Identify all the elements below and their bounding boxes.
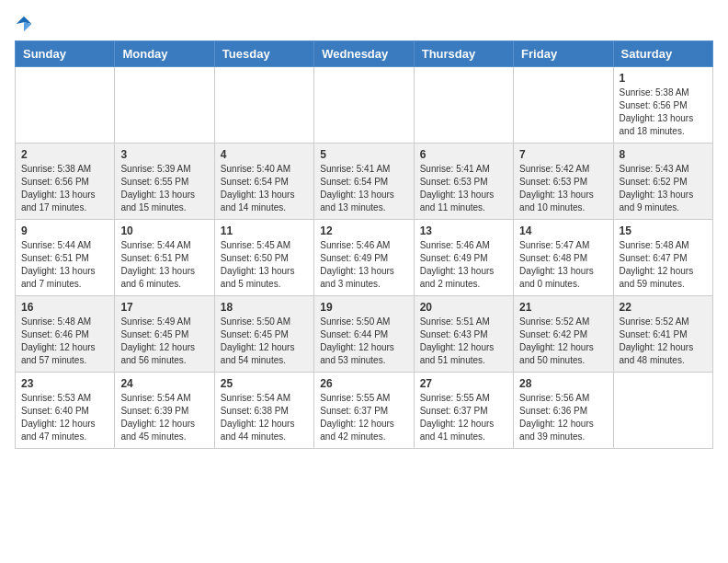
calendar-cell — [414, 67, 513, 144]
day-number: 2 — [21, 148, 108, 161]
day-info: Sunrise: 5:46 AM Sunset: 6:49 PM Dayligh… — [320, 239, 407, 291]
weekday-sunday: Sunday — [16, 41, 115, 67]
weekday-tuesday: Tuesday — [214, 41, 313, 67]
logo-icon — [15, 15, 33, 33]
calendar-cell: 23Sunrise: 5:53 AM Sunset: 6:40 PM Dayli… — [16, 373, 115, 449]
calendar-cell: 11Sunrise: 5:45 AM Sunset: 6:50 PM Dayli… — [214, 220, 313, 296]
day-info: Sunrise: 5:54 AM Sunset: 6:38 PM Dayligh… — [221, 392, 308, 443]
day-info: Sunrise: 5:45 AM Sunset: 6:50 PM Dayligh… — [221, 239, 308, 291]
day-info: Sunrise: 5:49 AM Sunset: 6:45 PM Dayligh… — [120, 316, 208, 367]
calendar-cell: 14Sunrise: 5:47 AM Sunset: 6:48 PM Dayli… — [514, 220, 613, 296]
day-number: 23 — [21, 377, 108, 390]
day-info: Sunrise: 5:50 AM Sunset: 6:44 PM Dayligh… — [320, 316, 407, 367]
calendar-body: 1Sunrise: 5:38 AM Sunset: 6:56 PM Daylig… — [16, 67, 713, 449]
day-info: Sunrise: 5:48 AM Sunset: 6:46 PM Dayligh… — [21, 316, 108, 367]
calendar-cell: 18Sunrise: 5:50 AM Sunset: 6:45 PM Dayli… — [214, 296, 313, 373]
day-info: Sunrise: 5:54 AM Sunset: 6:39 PM Dayligh… — [120, 392, 208, 443]
calendar-cell: 20Sunrise: 5:51 AM Sunset: 6:43 PM Dayli… — [414, 296, 513, 373]
calendar-cell: 6Sunrise: 5:41 AM Sunset: 6:53 PM Daylig… — [414, 144, 513, 220]
weekday-wednesday: Wednesday — [314, 41, 414, 67]
calendar-cell: 19Sunrise: 5:50 AM Sunset: 6:44 PM Dayli… — [314, 296, 414, 373]
day-info: Sunrise: 5:44 AM Sunset: 6:51 PM Dayligh… — [21, 239, 108, 291]
calendar-cell: 1Sunrise: 5:38 AM Sunset: 6:56 PM Daylig… — [613, 67, 712, 144]
day-info: Sunrise: 5:47 AM Sunset: 6:48 PM Dayligh… — [519, 239, 607, 291]
day-info: Sunrise: 5:55 AM Sunset: 6:37 PM Dayligh… — [320, 392, 407, 443]
day-info: Sunrise: 5:41 AM Sunset: 6:53 PM Dayligh… — [420, 163, 507, 214]
calendar-cell: 4Sunrise: 5:40 AM Sunset: 6:54 PM Daylig… — [214, 144, 313, 220]
day-number: 11 — [221, 224, 308, 237]
day-info: Sunrise: 5:56 AM Sunset: 6:36 PM Dayligh… — [519, 392, 607, 443]
calendar-cell: 9Sunrise: 5:44 AM Sunset: 6:51 PM Daylig… — [16, 220, 115, 296]
calendar-week-4: 23Sunrise: 5:53 AM Sunset: 6:40 PM Dayli… — [16, 373, 713, 449]
calendar-cell: 24Sunrise: 5:54 AM Sunset: 6:39 PM Dayli… — [115, 373, 214, 449]
calendar-cell: 16Sunrise: 5:48 AM Sunset: 6:46 PM Dayli… — [16, 296, 115, 373]
calendar-cell — [314, 67, 414, 144]
weekday-saturday: Saturday — [613, 41, 712, 67]
calendar-cell: 26Sunrise: 5:55 AM Sunset: 6:37 PM Dayli… — [314, 373, 414, 449]
calendar-cell: 5Sunrise: 5:41 AM Sunset: 6:54 PM Daylig… — [314, 144, 414, 220]
day-number: 19 — [320, 301, 407, 314]
day-number: 28 — [519, 377, 607, 390]
calendar-cell: 10Sunrise: 5:44 AM Sunset: 6:51 PM Dayli… — [115, 220, 214, 296]
day-info: Sunrise: 5:39 AM Sunset: 6:55 PM Dayligh… — [120, 163, 208, 214]
day-number: 26 — [320, 377, 407, 390]
day-info: Sunrise: 5:51 AM Sunset: 6:43 PM Dayligh… — [420, 316, 507, 367]
weekday-thursday: Thursday — [414, 41, 513, 67]
day-number: 13 — [420, 224, 507, 237]
calendar-week-3: 16Sunrise: 5:48 AM Sunset: 6:46 PM Dayli… — [16, 296, 713, 373]
calendar-cell: 3Sunrise: 5:39 AM Sunset: 6:55 PM Daylig… — [115, 144, 214, 220]
calendar-cell: 17Sunrise: 5:49 AM Sunset: 6:45 PM Dayli… — [115, 296, 214, 373]
calendar-cell — [214, 67, 313, 144]
calendar-cell — [115, 67, 214, 144]
calendar-cell: 15Sunrise: 5:48 AM Sunset: 6:47 PM Dayli… — [613, 220, 712, 296]
day-number: 21 — [519, 301, 607, 314]
day-number: 1 — [620, 72, 707, 85]
day-number: 15 — [620, 224, 707, 237]
day-number: 9 — [21, 224, 108, 237]
day-number: 27 — [420, 377, 507, 390]
calendar-cell: 22Sunrise: 5:52 AM Sunset: 6:41 PM Dayli… — [613, 296, 712, 373]
calendar-cell: 7Sunrise: 5:42 AM Sunset: 6:53 PM Daylig… — [514, 144, 613, 220]
day-number: 10 — [120, 224, 208, 237]
day-number: 16 — [21, 301, 108, 314]
day-info: Sunrise: 5:40 AM Sunset: 6:54 PM Dayligh… — [221, 163, 308, 214]
day-number: 24 — [120, 377, 208, 390]
calendar-cell — [613, 373, 712, 449]
day-info: Sunrise: 5:50 AM Sunset: 6:45 PM Dayligh… — [221, 316, 308, 367]
calendar-week-1: 2Sunrise: 5:38 AM Sunset: 6:56 PM Daylig… — [16, 144, 713, 220]
calendar-cell — [16, 67, 115, 144]
day-number: 25 — [221, 377, 308, 390]
day-info: Sunrise: 5:46 AM Sunset: 6:49 PM Dayligh… — [420, 239, 507, 291]
day-number: 6 — [420, 148, 507, 161]
calendar-cell: 12Sunrise: 5:46 AM Sunset: 6:49 PM Dayli… — [314, 220, 414, 296]
day-number: 5 — [320, 148, 407, 161]
svg-marker-1 — [24, 22, 31, 31]
day-info: Sunrise: 5:53 AM Sunset: 6:40 PM Dayligh… — [21, 392, 108, 443]
calendar-cell — [514, 67, 613, 144]
day-info: Sunrise: 5:44 AM Sunset: 6:51 PM Dayligh… — [120, 239, 208, 291]
weekday-monday: Monday — [115, 41, 214, 67]
page-header — [15, 15, 713, 33]
day-info: Sunrise: 5:42 AM Sunset: 6:53 PM Dayligh… — [519, 163, 607, 214]
calendar-cell: 2Sunrise: 5:38 AM Sunset: 6:56 PM Daylig… — [16, 144, 115, 220]
day-number: 3 — [120, 148, 208, 161]
weekday-friday: Friday — [514, 41, 613, 67]
day-number: 8 — [620, 148, 707, 161]
calendar-cell: 27Sunrise: 5:55 AM Sunset: 6:37 PM Dayli… — [414, 373, 513, 449]
calendar-week-2: 9Sunrise: 5:44 AM Sunset: 6:51 PM Daylig… — [16, 220, 713, 296]
calendar-cell: 21Sunrise: 5:52 AM Sunset: 6:42 PM Dayli… — [514, 296, 613, 373]
calendar-cell: 13Sunrise: 5:46 AM Sunset: 6:49 PM Dayli… — [414, 220, 513, 296]
calendar-week-0: 1Sunrise: 5:38 AM Sunset: 6:56 PM Daylig… — [16, 67, 713, 144]
day-number: 20 — [420, 301, 507, 314]
day-number: 4 — [221, 148, 308, 161]
calendar-cell: 8Sunrise: 5:43 AM Sunset: 6:52 PM Daylig… — [613, 144, 712, 220]
day-info: Sunrise: 5:48 AM Sunset: 6:47 PM Dayligh… — [620, 239, 707, 291]
day-number: 18 — [221, 301, 308, 314]
day-number: 22 — [620, 301, 707, 314]
weekday-header-row: SundayMondayTuesdayWednesdayThursdayFrid… — [16, 41, 713, 67]
calendar-cell: 25Sunrise: 5:54 AM Sunset: 6:38 PM Dayli… — [214, 373, 313, 449]
day-info: Sunrise: 5:38 AM Sunset: 6:56 PM Dayligh… — [620, 86, 707, 138]
calendar-table: SundayMondayTuesdayWednesdayThursdayFrid… — [15, 40, 713, 449]
logo — [15, 15, 37, 33]
day-info: Sunrise: 5:41 AM Sunset: 6:54 PM Dayligh… — [320, 163, 407, 214]
